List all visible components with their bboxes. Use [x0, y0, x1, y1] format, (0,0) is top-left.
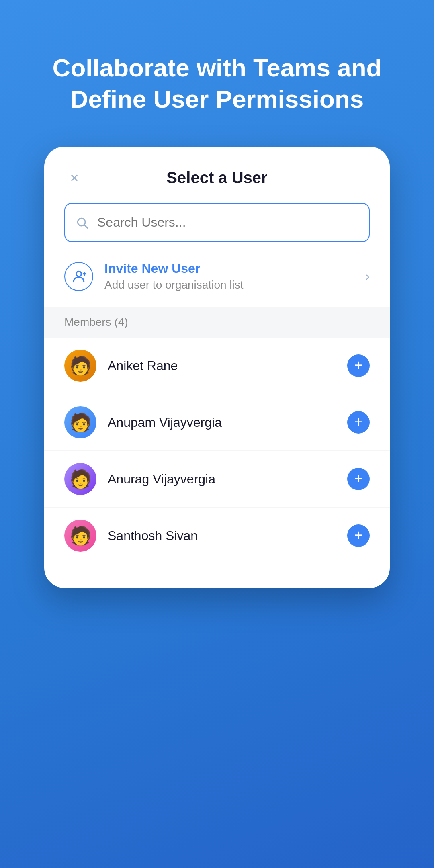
plus-icon: +: [354, 415, 362, 429]
member-name: Anupam Vijayvergia: [108, 415, 347, 430]
invite-title: Invite New User: [104, 261, 361, 276]
search-container: [64, 203, 370, 242]
modal-header: × Select a User: [44, 147, 390, 203]
list-item: 🧑 Anupam Vijayvergia +: [44, 394, 390, 451]
invite-subtitle: Add user to organisation list: [104, 278, 361, 291]
list-item: 🧑 Aniket Rane +: [44, 338, 390, 394]
member-name: Aniket Rane: [108, 358, 347, 373]
member-name: Santhosh Sivan: [108, 528, 347, 543]
svg-point-2: [76, 271, 82, 276]
avatar: 🧑: [64, 350, 96, 382]
invite-avatar-icon: [64, 262, 93, 291]
members-count-label: Members (4): [64, 316, 128, 328]
plus-icon: +: [354, 358, 362, 373]
search-icon: [76, 216, 88, 229]
close-button[interactable]: ×: [64, 168, 84, 188]
member-name: Anurag Vijayvergia: [108, 472, 347, 487]
avatar: 🧑: [64, 520, 96, 552]
plus-icon: +: [354, 528, 362, 542]
members-section-header: Members (4): [44, 307, 390, 338]
search-input[interactable]: [64, 203, 370, 242]
add-member-button[interactable]: +: [347, 468, 370, 490]
page-title: Collaborate with Teams and Define User P…: [0, 52, 434, 115]
list-item: 🧑 Anurag Vijayvergia +: [44, 451, 390, 508]
list-item: 🧑 Santhosh Sivan +: [44, 508, 390, 564]
chevron-right-icon: ›: [365, 269, 370, 284]
modal-title: Select a User: [166, 169, 267, 187]
add-member-button[interactable]: +: [347, 524, 370, 547]
avatar: 🧑: [64, 463, 96, 495]
modal-card: × Select a User Invite New User Add user…: [44, 147, 390, 588]
invite-new-user-row[interactable]: Invite New User Add user to organisation…: [44, 246, 390, 307]
plus-icon: +: [354, 471, 362, 486]
svg-line-1: [84, 225, 87, 228]
add-member-button[interactable]: +: [347, 411, 370, 434]
avatar: 🧑: [64, 406, 96, 438]
add-member-button[interactable]: +: [347, 354, 370, 377]
invite-text: Invite New User Add user to organisation…: [104, 261, 361, 291]
